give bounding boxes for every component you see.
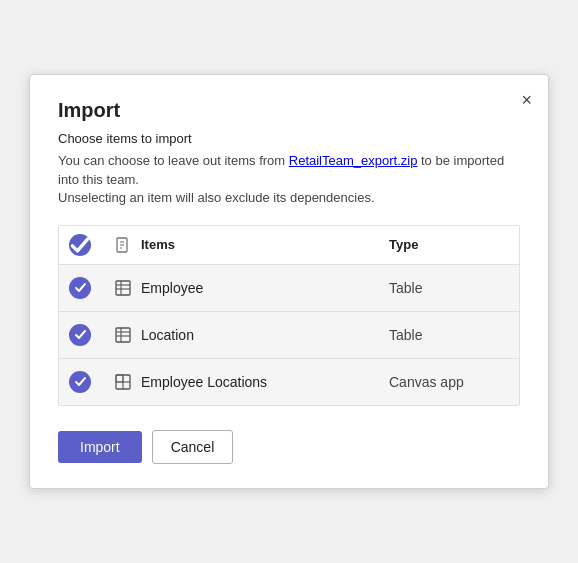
column-header-type: Type (389, 237, 509, 252)
row-type-2: Table (389, 327, 509, 343)
header-check-icon[interactable] (69, 234, 91, 256)
header-check-cell (69, 234, 105, 256)
svg-rect-4 (116, 281, 130, 295)
row-type-1: Table (389, 280, 509, 296)
row-name-3: Employee Locations (141, 374, 389, 390)
dialog-footer: Import Cancel (58, 430, 520, 464)
export-zip-link[interactable]: RetailTeam_export.zip (289, 153, 418, 168)
description-text-1: You can choose to leave out items from (58, 153, 289, 168)
dialog-title: Import (58, 99, 520, 122)
svg-rect-15 (116, 375, 123, 382)
row-check-cell-1[interactable] (69, 277, 105, 299)
row-check-cell-2[interactable] (69, 324, 105, 346)
svg-rect-8 (116, 328, 130, 342)
table-row: Employee Table (59, 265, 519, 312)
cancel-button[interactable]: Cancel (152, 430, 234, 464)
import-button[interactable]: Import (58, 431, 142, 463)
row-name-2: Location (141, 327, 389, 343)
row-check-cell-3[interactable] (69, 371, 105, 393)
column-header-items: Items (141, 237, 389, 252)
header-icon-cell (105, 236, 141, 254)
close-button[interactable]: × (521, 91, 532, 109)
row-name-1: Employee (141, 280, 389, 296)
row-type-3: Canvas app (389, 374, 509, 390)
row-icon-2 (105, 326, 141, 344)
items-table: Items Type Employee Tab (58, 225, 520, 406)
row-check-icon-2[interactable] (69, 324, 91, 346)
table-row: Location Table (59, 312, 519, 359)
dialog-subtitle: Choose items to import (58, 130, 520, 148)
table-header: Items Type (59, 226, 519, 265)
row-icon-1 (105, 279, 141, 297)
row-check-icon-3[interactable] (69, 371, 91, 393)
row-icon-3 (105, 373, 141, 391)
table-row: Employee Locations Canvas app (59, 359, 519, 405)
import-dialog: × Import Choose items to import You can … (29, 74, 549, 489)
dialog-description: You can choose to leave out items from R… (58, 152, 520, 207)
description-note: Unselecting an item will also exclude it… (58, 190, 375, 205)
row-check-icon-1[interactable] (69, 277, 91, 299)
